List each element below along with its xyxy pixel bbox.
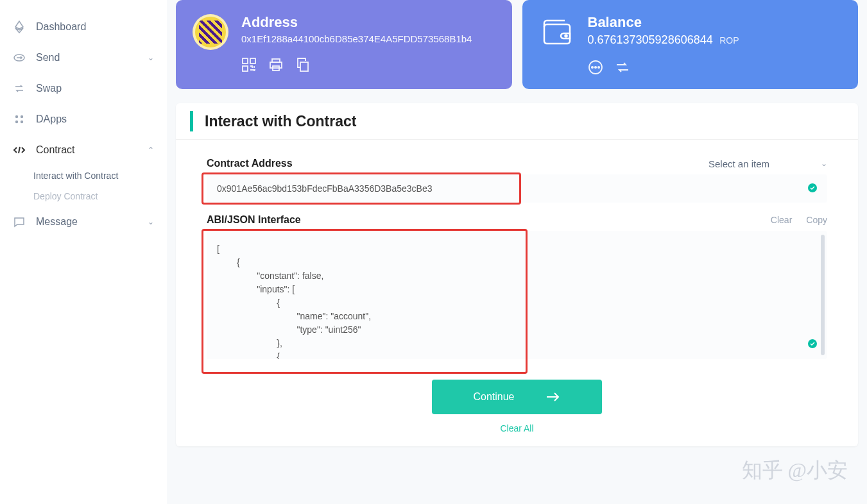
qr-icon[interactable] <box>241 57 257 72</box>
nav-label: Swap <box>36 83 62 94</box>
chevron-down-icon: ⌄ <box>148 217 154 226</box>
sub-deploy[interactable]: Deploy Contract <box>33 186 167 206</box>
clear-button[interactable]: Clear <box>771 215 792 225</box>
svg-point-13 <box>565 35 567 37</box>
select-item-dropdown[interactable]: Select an item ⌄ <box>708 158 827 169</box>
chevron-down-icon: ⌄ <box>148 53 154 62</box>
nav-contract[interactable]: Contract ⌃ <box>0 135 167 165</box>
interact-panel: Interact with Contract Contract Address … <box>176 103 858 446</box>
continue-label: Continue <box>473 391 514 403</box>
sidebar: Dashboard Send ⌄ Swap <box>0 0 167 504</box>
nav-swap[interactable]: Swap <box>0 73 167 104</box>
contract-address-input[interactable] <box>207 174 808 203</box>
main-content: Address 0x1Ef1288a44100cb6D85e374E4A5FDD… <box>167 0 867 504</box>
refresh-icon[interactable] <box>615 60 630 75</box>
address-title: Address <box>241 14 495 31</box>
more-icon[interactable] <box>588 60 603 75</box>
nav-dashboard[interactable]: Dashboard <box>0 12 167 42</box>
panel-title: Interact with Contract <box>205 113 356 130</box>
sub-interact[interactable]: Interact with Contract <box>33 165 167 186</box>
svg-rect-6 <box>250 58 255 63</box>
continue-button[interactable]: Continue <box>432 380 601 414</box>
svg-point-15 <box>591 67 592 68</box>
address-avatar <box>193 14 228 50</box>
wallet-icon <box>539 14 575 50</box>
ethereum-icon <box>13 21 26 33</box>
nav-dapps[interactable]: DApps <box>0 104 167 135</box>
svg-rect-9 <box>270 62 282 68</box>
svg-rect-11 <box>300 62 308 71</box>
nav-label: DApps <box>36 113 67 125</box>
address-value: 0x1Ef1288a44100cb6D85e374E4A5FDD573568B1… <box>241 33 495 44</box>
svg-point-3 <box>15 121 18 123</box>
check-icon <box>808 339 817 350</box>
swap-icon <box>13 82 26 95</box>
nav-message[interactable]: Message ⌄ <box>0 206 167 237</box>
chevron-up-icon: ⌃ <box>148 146 154 155</box>
balance-card: Balance 0.676137305928606844 ROP <box>522 0 859 89</box>
abi-label: ABI/JSON Interface <box>207 214 301 226</box>
svg-point-16 <box>594 67 596 68</box>
contract-address-label: Contract Address <box>207 158 293 169</box>
address-card: Address 0x1Ef1288a44100cb6D85e374E4A5FDD… <box>176 0 512 89</box>
nav-label: Contract <box>36 144 74 156</box>
panel-accent-bar <box>190 111 193 131</box>
copy-icon[interactable] <box>295 57 311 72</box>
balance-value: 0.676137305928606844 <box>588 33 713 46</box>
send-icon <box>13 51 26 64</box>
abi-textarea[interactable] <box>207 231 818 359</box>
print-icon[interactable] <box>268 57 284 72</box>
svg-rect-7 <box>243 66 248 71</box>
grid-icon <box>13 113 26 126</box>
select-placeholder: Select an item <box>708 158 769 169</box>
nav-label: Send <box>36 52 60 63</box>
chevron-down-icon: ⌄ <box>821 159 827 168</box>
code-icon <box>13 144 26 156</box>
nav-label: Message <box>36 216 78 228</box>
nav-send[interactable]: Send ⌄ <box>0 42 167 73</box>
svg-point-4 <box>21 121 23 123</box>
copy-button[interactable]: Copy <box>806 215 827 225</box>
svg-rect-5 <box>243 58 248 63</box>
balance-unit: ROP <box>719 35 739 46</box>
svg-point-17 <box>597 67 599 68</box>
nav-label: Dashboard <box>36 21 86 33</box>
clear-all-link[interactable]: Clear All <box>500 423 533 433</box>
svg-point-2 <box>21 115 23 118</box>
balance-title: Balance <box>588 14 842 31</box>
scrollbar[interactable] <box>821 235 825 355</box>
check-icon <box>808 183 817 194</box>
message-icon <box>13 215 26 228</box>
svg-point-1 <box>15 115 18 118</box>
contract-subitems: Interact with Contract Deploy Contract <box>0 165 167 206</box>
